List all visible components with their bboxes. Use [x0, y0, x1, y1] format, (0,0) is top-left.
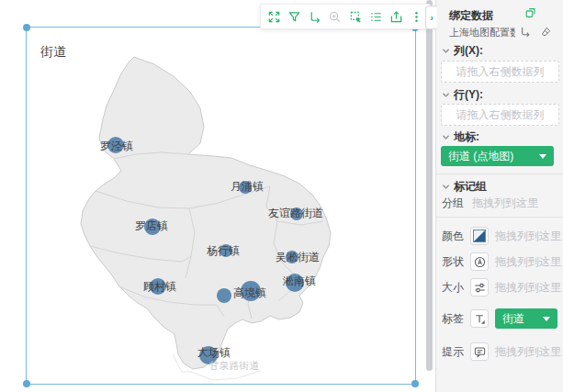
- columns-x-dropzone[interactable]: 请拖入右侧数据列: [441, 61, 559, 83]
- color-swatch: [473, 230, 486, 242]
- map-label: 罗泾镇: [100, 139, 133, 154]
- mark-row-color: 颜色 拖拽列到这里: [442, 226, 557, 246]
- tooltip-icon[interactable]: [470, 342, 489, 361]
- select-area-icon[interactable]: [348, 9, 364, 25]
- swap-axis-icon[interactable]: [307, 9, 322, 25]
- size-dropzone[interactable]: 拖拽列到这里: [495, 280, 561, 296]
- mark-row-shape: 形状 拖拽列到这里: [442, 252, 557, 272]
- color-icon[interactable]: [470, 227, 489, 245]
- chevron-down-icon: [442, 48, 450, 54]
- label-icon[interactable]: [470, 309, 489, 328]
- section-marks[interactable]: 标记组: [442, 179, 487, 195]
- list-icon[interactable]: [368, 9, 384, 25]
- section-rows-y[interactable]: 行(Y):: [442, 87, 483, 103]
- group-label: 分组: [442, 196, 464, 211]
- chevron-down-icon: [442, 184, 450, 190]
- map-label: 杨行镇: [207, 243, 240, 259]
- selection-handle-bottom-left[interactable]: [23, 380, 30, 387]
- landmark-dropdown[interactable]: 街道 (点地图): [441, 146, 554, 166]
- section-landmark[interactable]: 地标:: [442, 129, 479, 145]
- tooltip-label: 提示: [442, 344, 464, 360]
- panel-collapse-tab[interactable]: ›: [425, 6, 437, 29]
- selection-handle-bottom-right[interactable]: [411, 380, 419, 387]
- landmark-label: 地标:: [454, 129, 479, 145]
- export-icon[interactable]: [388, 9, 404, 25]
- selection-handle-top-left[interactable]: [23, 24, 30, 31]
- chevron-down-icon: [442, 134, 450, 140]
- mark-row-size: 大小 拖拽列到这里: [442, 277, 557, 297]
- rows-y-label: 行(Y):: [454, 87, 483, 103]
- panel-title: 绑定数据: [449, 8, 493, 24]
- chevron-down-icon: [442, 92, 450, 98]
- map-label: 罗店镇: [135, 218, 168, 234]
- map-label: 甘泉路街道: [209, 359, 260, 373]
- section-columns-x[interactable]: 列(X):: [442, 43, 483, 59]
- columns-x-label: 列(X):: [454, 43, 483, 59]
- group-row: 分组 拖拽列到这里: [442, 195, 538, 211]
- vertical-scrollbar[interactable]: [426, 0, 433, 371]
- map-label: 吴淞街道: [276, 250, 320, 265]
- label-label: 标签: [442, 311, 464, 327]
- zoom-in-icon[interactable]: [327, 9, 343, 25]
- map-label: 月浦镇: [231, 179, 264, 195]
- mark-row-tooltip: 提示 拖拽列到这里: [442, 342, 557, 362]
- switch-dataset-icon[interactable]: [524, 6, 537, 19]
- dataset-name[interactable]: 上海地图配置数...: [449, 26, 515, 39]
- label-field-dropdown[interactable]: 街道: [495, 308, 557, 329]
- shape-label: 形状: [442, 254, 464, 270]
- chevron-down-icon: [539, 154, 546, 159]
- filter-icon[interactable]: [287, 9, 302, 25]
- tooltip-dropzone[interactable]: 拖拽列到这里: [495, 344, 561, 360]
- rows-y-dropzone[interactable]: 请拖入右侧数据列: [441, 104, 559, 126]
- landmark-value: 街道 (点地图): [448, 149, 513, 164]
- map-point[interactable]: [217, 288, 231, 303]
- chevron-down-icon: [543, 317, 550, 321]
- size-icon[interactable]: [470, 278, 489, 297]
- map-label: 淞南镇: [283, 274, 316, 289]
- divider: [436, 174, 563, 174]
- eraser-icon[interactable]: [540, 26, 552, 38]
- color-label: 颜色: [442, 229, 464, 244]
- map-label: 高境镇: [233, 286, 266, 301]
- chart-toolbar: [260, 4, 431, 29]
- chart-title: 街道: [40, 44, 66, 61]
- map-label: 友谊路街道: [268, 206, 323, 221]
- app-window: 街道 罗泾镇月浦镇友谊路街道罗店镇杨行镇吴淞街道淞南镇: [0, 0, 563, 392]
- data-binding-panel: › 绑定数据 上海地图配置数... 列(X): 请拖入右侧数据: [435, 0, 563, 392]
- expand-icon[interactable]: [266, 9, 282, 25]
- shape-icon[interactable]: [470, 252, 489, 271]
- divider: [436, 217, 563, 218]
- shape-dropzone[interactable]: 拖拽列到这里: [495, 254, 561, 270]
- group-dropzone[interactable]: 拖拽列到这里: [472, 196, 538, 211]
- replace-dataset-icon[interactable]: [519, 26, 531, 38]
- label-field-value: 街道: [502, 311, 524, 327]
- size-label: 大小: [442, 280, 464, 296]
- mark-row-label: 标签 街道: [442, 308, 557, 329]
- more-icon[interactable]: [409, 9, 424, 25]
- map-label: 顾村镇: [143, 279, 176, 295]
- chart-canvas: 街道 罗泾镇月浦镇友谊路街道罗店镇杨行镇吴淞街道淞南镇: [0, 0, 435, 392]
- color-dropzone[interactable]: 拖拽列到这里: [495, 229, 561, 244]
- marks-title: 标记组: [454, 179, 487, 195]
